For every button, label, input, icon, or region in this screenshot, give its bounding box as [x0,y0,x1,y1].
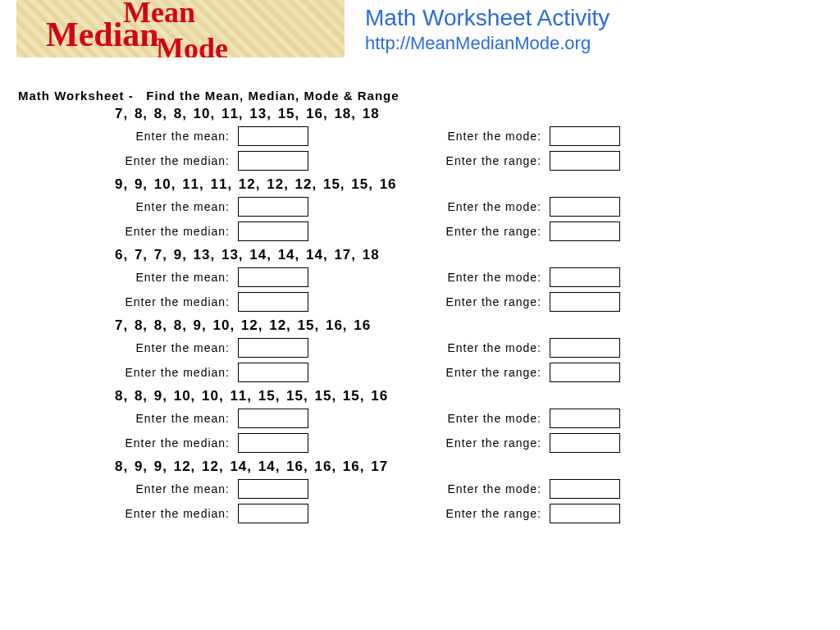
problem: 8, 9, 9, 12, 12, 14, 14, 16, 16, 16, 17 … [66,459,840,526]
label-range: Enter the range: [402,507,550,520]
logo-word-median: Median [46,15,159,54]
label-mode: Enter the mode: [402,482,550,495]
input-row: Enter the mean: Enter the mode: [66,406,840,431]
input-row: Enter the mean: Enter the mode: [66,124,840,148]
mode-input[interactable] [550,267,620,287]
label-range: Enter the range: [402,225,550,238]
logo: Mean Median Mode [16,0,345,57]
input-row: Enter the median: Enter the range: [66,501,840,526]
problem: 7, 8, 8, 8, 10, 11, 13, 15, 16, 18, 18 E… [66,106,840,173]
mode-input[interactable] [550,338,620,358]
label-range: Enter the range: [402,436,550,450]
header: Mean Median Mode Math Worksheet Activity… [0,0,840,64]
median-input[interactable] [238,221,308,241]
label-mode: Enter the mode: [402,341,550,354]
label-median: Enter the median: [66,225,238,238]
label-mean: Enter the mean: [66,200,238,213]
number-list: 7, 8, 8, 8, 10, 11, 13, 15, 16, 18, 18 [115,106,840,122]
label-median: Enter the median: [66,295,238,308]
problems-container: 7, 8, 8, 8, 10, 11, 13, 15, 16, 18, 18 E… [0,106,840,526]
median-input[interactable] [238,363,308,382]
mean-input[interactable] [238,267,308,287]
brand-url: http://MeanMedianMode.org [365,33,609,54]
label-mode: Enter the mode: [402,130,550,143]
label-mode: Enter the mode: [402,412,550,425]
mode-input[interactable] [550,409,620,428]
number-list: 6, 7, 7, 9, 13, 13, 14, 14, 14, 17, 18 [115,247,840,263]
label-range: Enter the range: [402,366,550,379]
label-mean: Enter the mean: [66,482,238,495]
label-mean: Enter the mean: [66,412,238,425]
label-range: Enter the range: [402,295,550,308]
problem: 6, 7, 7, 9, 13, 13, 14, 14, 14, 17, 18 E… [66,247,840,314]
number-list: 8, 9, 9, 12, 12, 14, 14, 16, 16, 16, 17 [115,459,840,475]
label-mean: Enter the mean: [66,130,238,143]
input-row: Enter the median: Enter the range: [66,360,840,385]
median-input[interactable] [238,151,308,171]
number-list: 8, 8, 9, 10, 10, 11, 15, 15, 15, 15, 16 [115,388,840,404]
problem: 8, 8, 9, 10, 10, 11, 15, 15, 15, 15, 16 … [66,388,840,455]
problem: 9, 9, 10, 11, 11, 12, 12, 12, 15, 15, 16… [66,176,840,244]
median-input[interactable] [238,504,308,523]
input-row: Enter the median: Enter the range: [66,431,840,455]
input-row: Enter the median: Enter the range: [66,148,840,173]
worksheet-title: Math Worksheet - Find the Mean, Median, … [18,89,840,103]
median-input[interactable] [238,292,308,312]
label-median: Enter the median: [66,366,238,379]
number-list: 7, 8, 8, 8, 9, 10, 12, 12, 15, 16, 16 [115,317,840,334]
range-input[interactable] [550,363,620,382]
label-range: Enter the range: [402,154,550,167]
input-row: Enter the mean: Enter the mode: [66,265,840,290]
mode-input[interactable] [550,197,620,217]
input-row: Enter the median: Enter the range: [66,219,840,244]
logo-word-mode: Mode [156,31,228,57]
mean-input[interactable] [238,197,308,217]
range-input[interactable] [550,433,620,453]
label-median: Enter the median: [66,507,238,520]
number-list: 9, 9, 10, 11, 11, 12, 12, 12, 15, 15, 16 [115,176,840,193]
label-mean: Enter the mean: [66,341,238,354]
problem: 7, 8, 8, 8, 9, 10, 12, 12, 15, 16, 16 En… [66,317,840,385]
range-input[interactable] [550,221,620,241]
brand-title: Math Worksheet Activity [365,5,609,31]
mode-input[interactable] [550,479,620,499]
label-mode: Enter the mode: [402,271,550,284]
mean-input[interactable] [238,126,308,146]
mean-input[interactable] [238,409,308,428]
median-input[interactable] [238,433,308,453]
range-input[interactable] [550,504,620,523]
mean-input[interactable] [238,479,308,499]
input-row: Enter the mean: Enter the mode: [66,477,840,501]
worksheet-page: Mean Median Mode Math Worksheet Activity… [0,0,840,630]
label-mode: Enter the mode: [402,200,550,213]
input-row: Enter the mean: Enter the mode: [66,336,840,360]
label-median: Enter the median: [66,154,238,167]
range-input[interactable] [550,292,620,312]
input-row: Enter the mean: Enter the mode: [66,194,840,219]
mean-input[interactable] [238,338,308,358]
brand-block: Math Worksheet Activity http://MeanMedia… [365,5,609,54]
mode-input[interactable] [550,126,620,146]
label-median: Enter the median: [66,436,238,450]
range-input[interactable] [550,151,620,171]
label-mean: Enter the mean: [66,271,238,284]
input-row: Enter the median: Enter the range: [66,290,840,314]
